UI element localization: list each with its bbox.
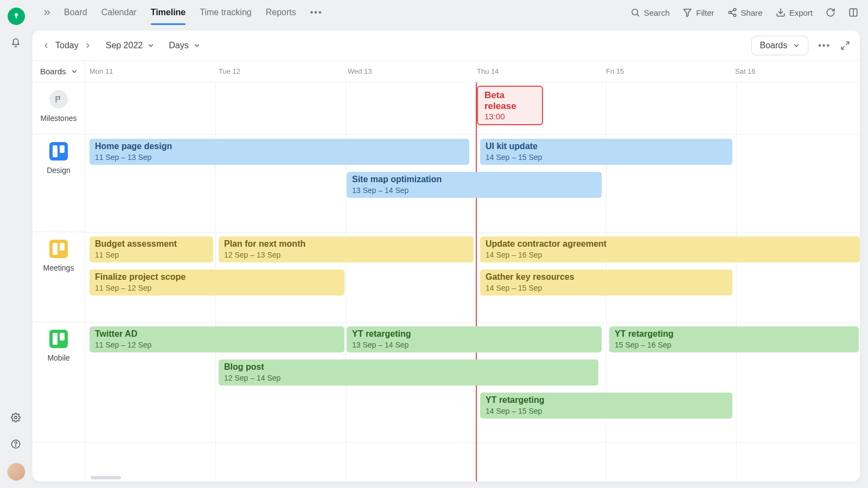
task-dates: 11 Sep – 13 Sep: [95, 153, 464, 163]
chevron-down-icon: [793, 42, 800, 49]
task-title: Home page design: [95, 141, 464, 152]
task-title: Finalize project scope: [95, 272, 339, 282]
task-title: UI kit update: [486, 141, 727, 152]
action-export[interactable]: Export: [776, 8, 813, 17]
tab-timeline[interactable]: Timeline: [151, 2, 186, 23]
notifications-icon[interactable]: [11, 38, 21, 48]
row-label: Design: [47, 166, 71, 175]
boards-dropdown[interactable]: Boards: [751, 36, 808, 55]
task-title: Update contractor agreement: [486, 239, 854, 249]
action-share[interactable]: Share: [727, 8, 763, 17]
task-dates: 11 Sep – 12 Sep: [95, 341, 339, 350]
day-header: Mon 11: [85, 61, 214, 82]
row-label: Mobile: [47, 354, 69, 362]
row-design[interactable]: Design: [33, 134, 85, 232]
task-title: Plan for next month: [224, 239, 468, 249]
task-update-contractor-agreement[interactable]: Update contractor agreement 14 Sep – 16 …: [480, 236, 860, 262]
task-yt-retargeting-1[interactable]: YT retargeting 13 Sep – 14 Sep: [347, 326, 602, 352]
task-dates: 14 Sep – 15 Sep: [486, 407, 727, 416]
task-plan-for-next-month[interactable]: Plan for next month 12 Sep – 13 Sep: [219, 236, 474, 262]
task-site-map-optimization[interactable]: Site map optimization 13 Sep – 14 Sep: [347, 172, 602, 198]
today-button[interactable]: Today: [55, 41, 79, 50]
task-twitter-ad[interactable]: Twitter AD 11 Sep – 12 Sep: [90, 326, 344, 352]
settings-icon[interactable]: [11, 413, 21, 422]
action-label: Filter: [696, 8, 714, 17]
task-title: Blog post: [224, 362, 593, 373]
fullscreen-icon[interactable]: [840, 41, 850, 50]
board-icon-meetings: [49, 240, 68, 258]
task-dates: 14 Sep – 16 Sep: [486, 251, 854, 260]
app-logo[interactable]: [8, 8, 25, 25]
svg-rect-1: [16, 15, 17, 18]
task-title: YT retargeting: [352, 329, 596, 339]
task-title: Gather key resources: [486, 272, 727, 282]
month-label: Sep 2022: [106, 41, 143, 50]
task-title: YT retargeting: [615, 329, 853, 339]
task-gather-key-resources[interactable]: Gather key resources 14 Sep – 15 Sep: [480, 269, 732, 296]
task-home-page-design[interactable]: Home page design 11 Sep – 13 Sep: [90, 139, 469, 165]
tab-board[interactable]: Board: [64, 2, 87, 23]
svg-point-2: [15, 416, 17, 419]
row-milestones[interactable]: Milestones: [33, 82, 85, 134]
action-label: Export: [789, 8, 813, 17]
prev-day-button[interactable]: [42, 42, 50, 49]
day-header: Fri 15: [602, 61, 731, 82]
board-icon-design: [49, 142, 68, 160]
collapse-sidebar-icon[interactable]: [42, 8, 52, 17]
more-menu-icon[interactable]: •••: [818, 41, 831, 50]
help-icon[interactable]: [11, 439, 21, 449]
grouping-label: Boards: [40, 67, 66, 76]
milestone-time: 13:00: [484, 112, 535, 121]
share-icon: [727, 8, 737, 17]
chevron-down-icon: [147, 42, 155, 49]
svg-line-12: [731, 10, 733, 12]
tab-reports[interactable]: Reports: [266, 2, 296, 23]
granularity-label: Days: [169, 41, 188, 50]
tabs-more-icon[interactable]: •••: [310, 8, 323, 17]
action-filter[interactable]: Filter: [682, 8, 714, 17]
action-panels[interactable]: [848, 8, 858, 17]
chevron-down-icon: [193, 42, 201, 49]
task-dates: 11 Sep – 12 Sep: [95, 284, 339, 293]
task-title: Site map optimization: [352, 174, 596, 185]
refresh-icon: [826, 8, 835, 17]
task-title: Budget assessment: [95, 239, 208, 249]
day-header: Tue 12: [214, 61, 343, 82]
tab-calendar[interactable]: Calendar: [101, 2, 137, 23]
task-dates: 13 Sep – 14 Sep: [352, 186, 596, 196]
boards-label: Boards: [760, 41, 787, 50]
task-budget-assessment[interactable]: Budget assessment 11 Sep: [90, 236, 213, 262]
month-picker[interactable]: Sep 2022: [106, 41, 155, 50]
tab-time-tracking[interactable]: Time tracking: [200, 2, 251, 23]
day-header: Wed 13: [343, 61, 473, 82]
day-header: Sat 16: [731, 61, 860, 82]
horizontal-scrollbar[interactable]: [91, 476, 121, 479]
svg-line-16: [846, 42, 849, 44]
next-day-button[interactable]: [84, 42, 92, 49]
row-label: Milestones: [41, 114, 77, 123]
action-refresh[interactable]: [826, 8, 835, 17]
task-yt-retargeting-3[interactable]: YT retargeting 14 Sep – 15 Sep: [480, 393, 732, 419]
milestone-beta-release[interactable]: Beta release 13:00: [477, 86, 543, 125]
user-avatar[interactable]: [8, 463, 25, 480]
svg-line-17: [841, 46, 844, 49]
task-title: YT retargeting: [486, 395, 727, 406]
task-ui-kit-update[interactable]: UI kit update 14 Sep – 15 Sep: [480, 139, 732, 165]
row-label: Meetings: [43, 264, 74, 272]
task-dates: 14 Sep – 15 Sep: [486, 284, 727, 293]
row-meetings[interactable]: Meetings: [33, 232, 85, 322]
search-icon: [630, 8, 640, 17]
task-blog-post[interactable]: Blog post 12 Sep – 14 Sep: [219, 359, 598, 386]
task-finalize-project-scope[interactable]: Finalize project scope 11 Sep – 12 Sep: [90, 269, 344, 296]
task-yt-retargeting-2[interactable]: YT retargeting 15 Sep – 16 Sep: [609, 326, 859, 352]
action-search[interactable]: Search: [630, 8, 670, 17]
svg-line-11: [731, 13, 733, 15]
task-dates: 12 Sep – 13 Sep: [224, 251, 468, 260]
row-mobile[interactable]: Mobile: [33, 322, 85, 442]
day-header: Thu 14: [473, 61, 602, 82]
svg-line-6: [637, 14, 639, 16]
download-icon: [776, 8, 786, 17]
task-dates: 15 Sep – 16 Sep: [615, 341, 853, 350]
grouping-dropdown[interactable]: Boards: [33, 61, 85, 82]
granularity-picker[interactable]: Days: [169, 41, 200, 50]
